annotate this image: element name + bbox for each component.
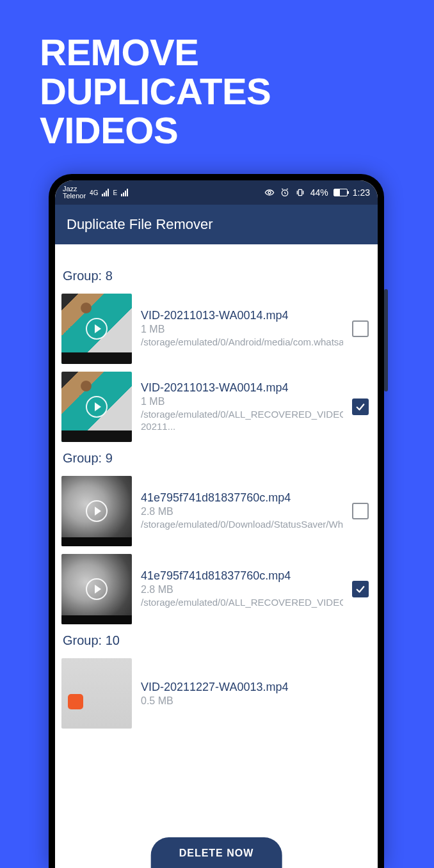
file-name: VID-20211013-WA0014.mp4 [141, 381, 343, 395]
volume-rocker [384, 289, 388, 391]
battery-icon [334, 189, 348, 196]
file-path: /storage/emulated/0/ALL_RECOVERED_VIDEO/… [141, 409, 343, 433]
file-size: 0.5 MB [141, 695, 371, 707]
headline-line2: VIDEOS [40, 111, 434, 150]
signal-icon-2 [121, 189, 128, 196]
play-icon [86, 500, 108, 522]
video-thumbnail[interactable] [61, 372, 132, 442]
carrier-2: Telenor [63, 193, 86, 200]
carrier-labels: Jazz Telenor [63, 185, 86, 200]
file-size: 1 MB [141, 396, 343, 407]
svg-point-0 [268, 191, 271, 194]
app-title: Duplicate File Remover [67, 216, 213, 233]
video-thumbnail[interactable] [61, 658, 132, 729]
video-thumbnail[interactable] [61, 476, 132, 546]
file-size: 2.8 MB [141, 506, 343, 517]
file-info: VID-20211013-WA0014.mp41 MB/storage/emul… [141, 309, 343, 349]
file-path: /storage/emulated/0/Android/media/com.wh… [141, 336, 343, 349]
select-checkbox[interactable] [352, 320, 369, 337]
group-label: Group: 8 [63, 269, 371, 283]
file-row[interactable]: VID-20211013-WA0014.mp41 MB/storage/emul… [61, 368, 371, 446]
promo-headline: REMOVE DUPLICATES VIDEOS [0, 0, 434, 150]
battery-percent: 44% [310, 187, 328, 198]
file-size: 2.8 MB [141, 584, 343, 596]
select-checkbox[interactable] [352, 581, 369, 597]
select-checkbox[interactable] [352, 398, 369, 415]
file-row[interactable]: VID-20211227-WA0013.mp40.5 MB [61, 654, 371, 732]
net-type-1: 4G [90, 189, 98, 196]
content-area[interactable]: Group: 8VID-20211013-WA0014.mp41 MB/stor… [55, 244, 378, 868]
file-row[interactable]: VID-20211013-WA0014.mp41 MB/storage/emul… [61, 290, 371, 368]
phone-screen: Jazz Telenor 4G E 44% 1:23 Duplicate [55, 180, 378, 868]
status-bar: Jazz Telenor 4G E 44% 1:23 [55, 180, 378, 205]
alarm-icon [280, 187, 290, 198]
file-name: 41e795f741d81837760c.mp4 [141, 569, 343, 583]
file-name: VID-20211227-WA0013.mp4 [141, 681, 371, 694]
play-icon [86, 396, 108, 418]
video-thumbnail[interactable] [61, 294, 132, 364]
net-type-2: E [113, 189, 117, 196]
signal-icon [102, 189, 109, 196]
file-row[interactable]: 41e795f741d81837760c.mp42.8 MB/storage/e… [61, 550, 371, 628]
file-info: VID-20211013-WA0014.mp41 MB/storage/emul… [141, 381, 343, 433]
file-size: 1 MB [141, 324, 343, 335]
file-path: /storage/emulated/0/Download/StatusSaver… [141, 519, 343, 531]
headline-line1: REMOVE DUPLICATES [40, 33, 434, 111]
play-icon [86, 578, 108, 600]
vibrate-icon [295, 187, 305, 198]
file-path: /storage/emulated/0/ALL_RECOVERED_VIDEO/… [141, 597, 343, 609]
play-icon [86, 318, 108, 340]
group-label: Group: 10 [63, 633, 371, 648]
file-name: VID-20211013-WA0014.mp4 [141, 309, 343, 322]
file-info: VID-20211227-WA0013.mp40.5 MB [141, 681, 371, 707]
group-label: Group: 9 [63, 451, 371, 466]
eye-icon [264, 187, 275, 198]
file-name: 41e795f741d81837760c.mp4 [141, 491, 343, 505]
phone-frame: Jazz Telenor 4G E 44% 1:23 Duplicate [49, 174, 384, 868]
svg-rect-2 [298, 189, 301, 195]
select-checkbox[interactable] [352, 503, 369, 519]
app-bar: Duplicate File Remover [55, 205, 378, 244]
file-info: 41e795f741d81837760c.mp42.8 MB/storage/e… [141, 569, 343, 609]
video-thumbnail[interactable] [61, 554, 132, 624]
file-row[interactable]: 41e795f741d81837760c.mp42.8 MB/storage/e… [61, 472, 371, 550]
delete-now-button[interactable]: DELETE NOW [151, 837, 282, 868]
file-info: 41e795f741d81837760c.mp42.8 MB/storage/e… [141, 491, 343, 531]
status-time: 1:23 [353, 187, 370, 198]
